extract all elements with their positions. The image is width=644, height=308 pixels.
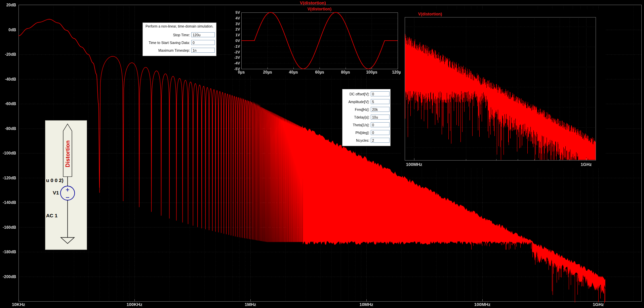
phi-input[interactable] [371,130,390,135]
tdelay-input[interactable] [371,115,390,120]
time-y-tick-label: 5V [231,10,240,14]
net-label-distortion: Distortion [65,140,71,167]
x-axis-tick-label: 10KHz [3,302,34,307]
plus-marker-icon [66,188,69,191]
amplitude-label: Amplitude[V]: [343,100,371,104]
theta-row: Theta[1/s]: [343,122,390,127]
y-axis-tick-label: -60dB [0,101,16,106]
fft-zoom-title: V(distortion) [418,12,442,16]
time-y-tick-label: 0V [231,39,240,43]
max-timestep-input[interactable] [191,48,215,53]
component-ref-label: V1 [53,190,59,195]
main-plot-title: V(distortion) [300,0,326,5]
stop-time-label: Stop Time: [144,33,191,37]
y-axis-tick-label: 20dB [0,3,16,7]
y-axis-tick-label: -100dB [0,151,16,156]
time-y-tick-label: 3V [231,22,240,26]
x-axis-tick-label: 100KHz [119,302,150,307]
fft-zoom-x-tick-label: 1GHz [573,162,600,167]
x-axis-tick-label: 100MHz [467,302,497,307]
ac-directive-text: AC 1 [46,213,57,218]
time-x-tick-label: 40µs [282,70,305,75]
tdelay-label: Tdelay[s]: [343,115,371,119]
phi-label: Phi[deg]: [343,131,371,135]
start-saving-label: Time to Start Saving Data: [144,41,191,45]
time-x-tick-label: 100µs [360,70,384,75]
theta-label: Theta[1/s]: [343,123,371,127]
start-saving-row: Time to Start Saving Data: [144,40,215,45]
y-axis-tick-label: -40dB [0,77,16,82]
freq-row: Freq[Hz]: [343,107,390,112]
schematic-svg: Distortion u 0 0 2) V1 AC 1 [45,121,87,250]
stop-time-input[interactable] [191,32,215,37]
time-y-tick-label: 1V [231,33,240,37]
freq-input[interactable] [371,107,390,112]
ncycles-row: Ncycles: [343,138,390,143]
y-axis-tick-label: -80dB [0,126,16,131]
fft-zoom-plot[interactable] [401,10,605,168]
amplitude-input[interactable] [371,99,390,104]
start-saving-input[interactable] [191,40,215,45]
freq-label: Freq[Hz]: [343,107,371,112]
y-axis-tick-label: 0dB [0,28,16,32]
fft-zoom-inset-pane: V(distortion) 100MHz 1GHz [401,10,605,168]
transient-simulation-dialog: Perform a non-linear, time-domain simula… [143,23,216,56]
theta-input[interactable] [371,122,390,127]
time-domain-inset-pane: V(distortion) 5V 4V 3V 2V 1V 0V -1V -2V … [231,5,407,75]
time-inset-title: V(distortion) [241,7,398,11]
time-x-tick-label: 80µs [334,70,357,75]
time-x-tick-label: 20µs [256,70,279,75]
x-axis-tick-label: 1GHz [583,302,613,307]
dc-offset-row: DC offset[V]: [343,91,390,96]
stop-time-row: Stop Time: [144,32,215,37]
y-axis-tick-label: -20dB [0,52,16,57]
dc-offset-input[interactable] [371,91,390,96]
time-y-tick-label: -2V [231,50,240,54]
y-axis-tick-label: -140dB [0,200,16,205]
time-y-tick-label: 2V [231,27,240,31]
transient-dialog-title: Perform a non-linear, time-domain simula… [143,25,216,28]
time-y-tick-label: -4V [231,61,240,65]
time-y-tick-label: -3V [231,55,240,59]
ncycles-label: Ncycles: [343,138,371,142]
time-y-tick-label: 4V [231,16,240,20]
dc-offset-label: DC offset[V]: [343,92,371,96]
time-y-tick-label: -1V [231,44,240,48]
ltspice-waveform-window: V(distortion) 20dB 0dB -20dB -40dB -60dB… [0,0,644,308]
spice-fragment-text: u 0 0 2) [46,177,64,183]
y-axis-tick-label: -180dB [0,250,16,254]
tdelay-row: Tdelay[s]: [343,115,390,120]
ncycles-input[interactable] [371,138,390,143]
y-axis-tick-label: -200dB [0,274,16,279]
amplitude-row: Amplitude[V]: [343,99,390,104]
y-axis-tick-label: -160dB [0,225,16,230]
time-domain-plot[interactable] [231,5,407,75]
time-x-tick-label: 60µs [308,70,331,75]
x-axis-tick-label: 10MHz [351,302,381,307]
y-axis-tick-label: -120dB [0,176,16,180]
max-timestep-label: Maximum Timestep: [144,48,191,52]
x-axis-tick-label: 1MHz [235,302,266,307]
ground-symbol[interactable] [61,237,74,244]
phi-row: Phi[deg]: [343,130,390,135]
time-x-tick-label: 0µs [230,70,253,75]
sine-source-dialog: DC offset[V]: Amplitude[V]: Freq[Hz]: Td… [342,89,391,146]
fft-zoom-x-tick-label: 100MHz [401,162,428,167]
max-timestep-row: Maximum Timestep: [144,48,215,53]
schematic-panel: Distortion u 0 0 2) V1 AC 1 [45,120,87,250]
